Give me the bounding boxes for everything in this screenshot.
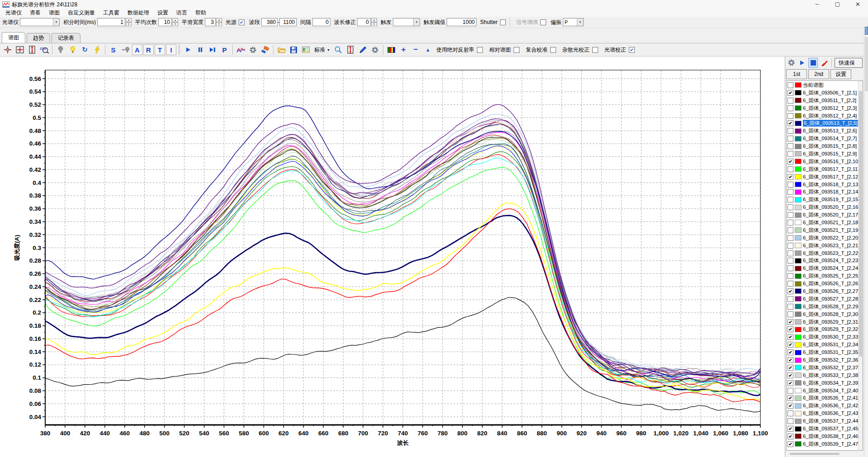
list-vscroll-thumb[interactable] xyxy=(859,91,862,357)
spectrum-visibility-checkbox[interactable]: ✔ xyxy=(788,433,793,439)
spectrum-visibility-checkbox[interactable]: ✔ xyxy=(788,120,793,126)
clean-icon[interactable] xyxy=(820,58,829,68)
spectrum-row-35[interactable]: ✔6_固体_093531_T_[2,35] xyxy=(787,349,863,356)
integration-time-input[interactable] xyxy=(97,18,125,26)
spectrum-color-swatch[interactable] xyxy=(795,327,802,332)
light-source-checkbox[interactable]: ✔ xyxy=(239,19,245,25)
spectrum-visibility-checkbox[interactable]: ✔ xyxy=(788,395,793,401)
spectrum-color-swatch[interactable] xyxy=(795,426,802,432)
settings-gear-icon[interactable] xyxy=(787,58,796,68)
spectrum-label[interactable]: 6_固体_093521_T_[2,19] xyxy=(803,227,859,234)
spectrum-label[interactable]: 6_固体_093519_T_[2,15] xyxy=(803,196,859,203)
spectrum-visibility-checkbox[interactable] xyxy=(788,410,793,416)
menu-item-8[interactable]: 帮助 xyxy=(191,9,210,17)
spectrum-row-26[interactable]: 6_固体_093526_T_[2,26] xyxy=(787,280,863,287)
相对谱图-checkbox[interactable] xyxy=(514,47,519,53)
spectrum-row-34[interactable]: ✔6_固体_093531_T_[2,34] xyxy=(787,341,863,349)
menu-item-0[interactable]: 光谱仪 xyxy=(1,9,26,17)
spectrum-row-4[interactable]: 6_固体_093512_T_[2,4] xyxy=(787,112,863,120)
spectrum-visibility-checkbox[interactable] xyxy=(788,296,793,302)
wavelength-corr-input[interactable] xyxy=(357,18,371,26)
spectrum-visibility-checkbox[interactable]: ✔ xyxy=(788,159,793,165)
spectrum-label[interactable]: 6_固体_093525_T_[2,25] xyxy=(803,273,859,279)
subtract-icon[interactable]: − xyxy=(410,44,421,55)
spectrum-visibility-checkbox[interactable] xyxy=(788,304,793,310)
spectrum-row-32[interactable]: ✔6_固体_093529_T_[2,32] xyxy=(787,326,863,334)
spectrum-label[interactable]: 6_固体_093522_T_[2,20] xyxy=(803,235,859,241)
spectrometer-select[interactable]: ▼ xyxy=(20,18,60,26)
zoom-extents-icon[interactable] xyxy=(14,44,25,55)
spectrum-label[interactable]: 6_固体_093512_T_[2,3] xyxy=(803,105,857,112)
pen-icon[interactable] xyxy=(357,44,368,55)
flash-icon[interactable] xyxy=(91,44,103,55)
spectrum-color-swatch[interactable] xyxy=(795,136,802,141)
spectrum-visibility-checkbox[interactable] xyxy=(788,273,793,279)
menu-item-6[interactable]: 设置 xyxy=(153,9,172,17)
tab-谱图[interactable]: 谱图 xyxy=(2,32,25,43)
spectrum-row-17[interactable]: 6_固体_093520_T_[2,17] xyxy=(787,211,863,219)
spectrum-visibility-checkbox[interactable] xyxy=(788,388,793,394)
spectrum-visibility-checkbox[interactable]: ✔ xyxy=(788,426,793,432)
spectrum-color-swatch[interactable] xyxy=(795,205,802,210)
spectrum-visibility-checkbox[interactable] xyxy=(788,265,793,271)
spectrum-label[interactable]: 6_固体_093524_T_[2,23] xyxy=(803,257,859,264)
spectrum-label[interactable]: 6_固体_093531_T_[2,34] xyxy=(803,341,859,348)
spectrum-color-swatch[interactable] xyxy=(795,441,802,447)
spectrum-visibility-checkbox[interactable]: ✔ xyxy=(788,90,793,96)
spectrum-label[interactable]: 6_固体_093534_T_[2,40] xyxy=(803,387,859,394)
spectrum-row-11[interactable]: 6_固体_093517_T_[2,11] xyxy=(787,165,863,173)
spectrum-row-23[interactable]: 6_固体_093524_T_[2,23] xyxy=(787,257,863,264)
interval-input[interactable] xyxy=(312,18,330,26)
play-icon[interactable] xyxy=(182,44,193,55)
settings-gear-icon[interactable] xyxy=(247,44,259,55)
spectrum-color-swatch[interactable] xyxy=(795,189,802,195)
spectrum-label[interactable]: 6_固体_093511_T_[2,2] xyxy=(803,97,856,104)
spectrum-label[interactable]: 6_固体_093531_T_[2,35] xyxy=(803,349,859,356)
spectrum-label[interactable]: 6_固体_093534_T_[2,39] xyxy=(803,380,859,386)
spectrum-label[interactable]: 6_固体_093514_T_[2,7] xyxy=(803,135,857,142)
spectrum-visibility-checkbox[interactable] xyxy=(788,105,793,111)
使用绝对反射率-checkbox[interactable] xyxy=(477,47,483,53)
smooth-width-input[interactable] xyxy=(205,18,216,26)
杂散光校正-checkbox[interactable] xyxy=(592,47,598,53)
spectrum-row-44[interactable]: 6_固体_093537_T_[2,44] xyxy=(787,417,863,425)
spectrum-color-swatch[interactable] xyxy=(795,250,802,256)
spectrum-label[interactable]: 6_固体_093532_T_[2,37] xyxy=(803,364,859,371)
spectrum-row-0[interactable]: 当前谱图 xyxy=(787,81,863,89)
spectrum-visibility-checkbox[interactable]: ✔ xyxy=(788,372,793,378)
spectrum-label[interactable]: 6_固体_093536_T_[2,43] xyxy=(803,410,859,417)
spectrum-row-18[interactable]: 6_固体_093521_T_[2,18] xyxy=(787,219,863,226)
spectrum-label[interactable]: 6_固体_093538_T_[2,46] xyxy=(803,433,859,440)
menu-item-2[interactable]: 谱图 xyxy=(45,9,64,17)
spectrum-visibility-checkbox[interactable] xyxy=(788,281,793,287)
spectrum-label[interactable]: 6_固体_093529_T_[2,31] xyxy=(803,319,859,325)
spectrum-row-45[interactable]: ✔6_固体_093537_T_[2,45] xyxy=(787,425,863,433)
spectrum-label[interactable]: 6_固体_093533_T_[2,38] xyxy=(803,372,859,379)
peak-icon[interactable]: ▲ xyxy=(422,44,434,55)
spectrum-row-37[interactable]: ✔6_固体_093532_T_[2,37] xyxy=(787,364,863,372)
spectrum-visibility-checkbox[interactable]: ✔ xyxy=(788,334,793,340)
spectrum-label[interactable]: 6_固体_093532_T_[2,36] xyxy=(803,357,859,363)
spectrum-visibility-checkbox[interactable] xyxy=(788,189,793,195)
spectrum-visibility-checkbox[interactable] xyxy=(788,250,793,256)
maximize-button[interactable]: ▢ xyxy=(827,0,848,9)
spectrum-row-30[interactable]: 6_固体_093528_T_[2,30] xyxy=(787,311,863,318)
smooth-width-stepper[interactable]: ▲▼ xyxy=(216,18,222,26)
open-file-icon[interactable] xyxy=(276,44,287,55)
letter-t-icon[interactable]: T xyxy=(155,44,165,55)
lamp-off-icon[interactable] xyxy=(55,44,66,55)
refresh-icon[interactable]: ↻ xyxy=(79,44,90,55)
step-icon[interactable] xyxy=(207,44,218,55)
spectrum-row-42[interactable]: ✔6_固体_093536_T_[2,42] xyxy=(787,402,863,410)
spectrum-label[interactable]: 6_固体_093537_T_[2,44] xyxy=(803,418,859,424)
spectrum-color-swatch[interactable] xyxy=(795,197,802,203)
spectrum-color-swatch[interactable] xyxy=(795,235,802,240)
spectrum-visibility-checkbox[interactable] xyxy=(788,151,793,157)
spectrum-label[interactable]: 6_固体_093520_T_[2,16] xyxy=(803,204,859,211)
spectrum-label[interactable]: 6_固体_093526_T_[2,27] xyxy=(803,288,859,295)
spectrum-row-1[interactable]: ✔6_固体_093506_T_[2,1] xyxy=(787,89,863,97)
spectrum-label[interactable]: 6_固体_093513_T_[2,6] xyxy=(803,127,857,134)
menu-item-1[interactable]: 查看 xyxy=(26,9,45,17)
spectrum-visibility-checkbox[interactable] xyxy=(788,235,793,241)
add-icon[interactable]: + xyxy=(398,44,409,55)
